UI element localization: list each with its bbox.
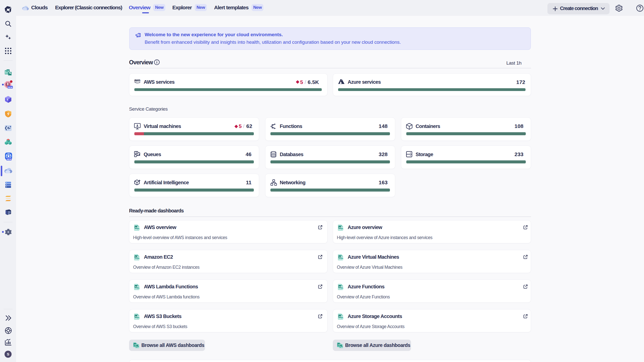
svg-text:NEW: NEW [8, 86, 12, 88]
svg-text:NEW: NEW [7, 158, 12, 160]
svg-text:aws: aws [134, 78, 141, 82]
